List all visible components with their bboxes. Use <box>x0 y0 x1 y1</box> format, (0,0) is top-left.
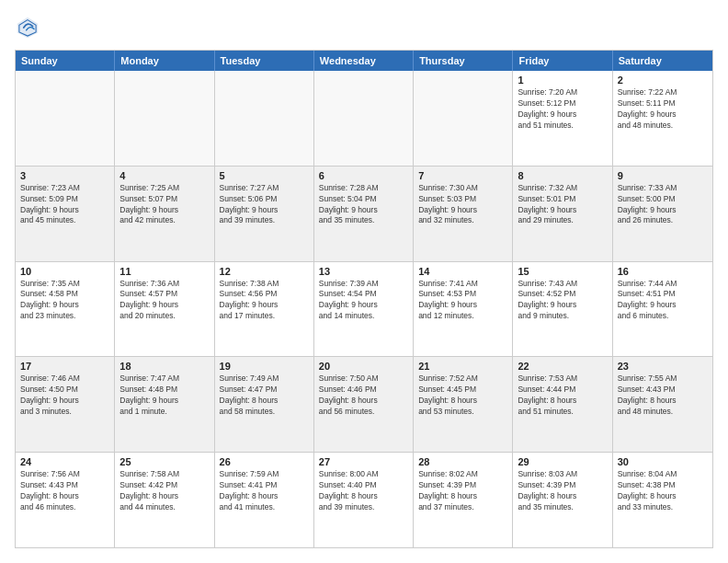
day-number: 5 <box>220 170 309 181</box>
calendar-row-3: 17Sunrise: 7:46 AM Sunset: 4:50 PM Dayli… <box>16 357 712 453</box>
day-number: 15 <box>518 266 607 277</box>
calendar-cell: 27Sunrise: 8:00 AM Sunset: 4:40 PM Dayli… <box>314 453 414 547</box>
calendar-cell: 7Sunrise: 7:30 AM Sunset: 5:03 PM Daylig… <box>414 167 513 261</box>
day-number: 1 <box>518 75 607 86</box>
day-number: 6 <box>319 170 408 181</box>
day-info: Sunrise: 8:02 AM Sunset: 4:39 PM Dayligh… <box>418 469 507 513</box>
calendar-cell: 24Sunrise: 7:56 AM Sunset: 4:43 PM Dayli… <box>16 453 115 547</box>
logo <box>15 15 44 40</box>
header-day-friday: Friday <box>513 51 612 71</box>
day-info: Sunrise: 7:56 AM Sunset: 4:43 PM Dayligh… <box>20 469 109 513</box>
day-number: 3 <box>20 170 109 181</box>
calendar-cell: 25Sunrise: 7:58 AM Sunset: 4:42 PM Dayli… <box>115 453 214 547</box>
header-day-thursday: Thursday <box>414 51 513 71</box>
day-number: 21 <box>418 361 507 372</box>
calendar-cell: 14Sunrise: 7:41 AM Sunset: 4:53 PM Dayli… <box>414 262 513 357</box>
calendar-cell <box>115 71 214 166</box>
day-info: Sunrise: 7:53 AM Sunset: 4:44 PM Dayligh… <box>518 373 607 418</box>
day-number: 22 <box>518 361 607 372</box>
calendar-row-0: 1Sunrise: 7:20 AM Sunset: 5:12 PM Daylig… <box>16 71 712 167</box>
day-info: Sunrise: 8:00 AM Sunset: 4:40 PM Dayligh… <box>319 469 408 513</box>
day-number: 25 <box>119 456 209 467</box>
calendar-cell: 28Sunrise: 8:02 AM Sunset: 4:39 PM Dayli… <box>414 453 513 547</box>
day-info: Sunrise: 7:55 AM Sunset: 4:43 PM Dayligh… <box>618 373 708 418</box>
calendar-cell: 13Sunrise: 7:39 AM Sunset: 4:54 PM Dayli… <box>314 262 414 357</box>
calendar-cell: 26Sunrise: 7:59 AM Sunset: 4:41 PM Dayli… <box>215 453 314 547</box>
day-number: 19 <box>220 361 309 372</box>
logo-icon <box>15 15 40 40</box>
day-info: Sunrise: 7:28 AM Sunset: 5:04 PM Dayligh… <box>319 183 408 227</box>
calendar-cell: 15Sunrise: 7:43 AM Sunset: 4:52 PM Dayli… <box>513 262 612 357</box>
calendar-cell <box>414 71 513 166</box>
calendar-row-4: 24Sunrise: 7:56 AM Sunset: 4:43 PM Dayli… <box>16 453 712 547</box>
day-info: Sunrise: 7:23 AM Sunset: 5:09 PM Dayligh… <box>20 183 109 227</box>
calendar-cell: 23Sunrise: 7:55 AM Sunset: 4:43 PM Dayli… <box>613 357 712 452</box>
header-day-wednesday: Wednesday <box>314 51 414 71</box>
calendar-cell: 4Sunrise: 7:25 AM Sunset: 5:07 PM Daylig… <box>115 167 214 261</box>
day-info: Sunrise: 7:44 AM Sunset: 4:51 PM Dayligh… <box>618 279 708 323</box>
day-info: Sunrise: 7:41 AM Sunset: 4:53 PM Dayligh… <box>418 279 507 323</box>
day-info: Sunrise: 8:04 AM Sunset: 4:38 PM Dayligh… <box>618 469 708 513</box>
day-number: 24 <box>20 456 109 467</box>
calendar-cell: 2Sunrise: 7:22 AM Sunset: 5:11 PM Daylig… <box>613 71 712 166</box>
calendar-cell <box>314 71 414 166</box>
day-number: 4 <box>119 170 209 181</box>
calendar-cell: 22Sunrise: 7:53 AM Sunset: 4:44 PM Dayli… <box>513 357 612 452</box>
day-info: Sunrise: 7:46 AM Sunset: 4:50 PM Dayligh… <box>20 373 109 418</box>
header-day-monday: Monday <box>115 51 214 71</box>
day-number: 12 <box>220 266 309 277</box>
calendar-row-1: 3Sunrise: 7:23 AM Sunset: 5:09 PM Daylig… <box>16 167 712 262</box>
day-number: 10 <box>20 266 109 277</box>
day-number: 26 <box>220 456 309 467</box>
calendar-cell: 11Sunrise: 7:36 AM Sunset: 4:57 PM Dayli… <box>115 262 214 357</box>
day-number: 18 <box>119 361 209 372</box>
calendar-cell: 3Sunrise: 7:23 AM Sunset: 5:09 PM Daylig… <box>16 167 115 261</box>
day-info: Sunrise: 7:30 AM Sunset: 5:03 PM Dayligh… <box>418 183 507 227</box>
day-number: 8 <box>518 170 607 181</box>
day-number: 11 <box>119 266 209 277</box>
day-number: 28 <box>418 456 507 467</box>
day-info: Sunrise: 7:33 AM Sunset: 5:00 PM Dayligh… <box>618 183 708 227</box>
day-info: Sunrise: 7:32 AM Sunset: 5:01 PM Dayligh… <box>518 183 607 227</box>
day-number: 29 <box>518 456 607 467</box>
calendar-cell: 19Sunrise: 7:49 AM Sunset: 4:47 PM Dayli… <box>215 357 314 452</box>
header <box>15 15 713 40</box>
day-number: 13 <box>319 266 408 277</box>
calendar-cell: 1Sunrise: 7:20 AM Sunset: 5:12 PM Daylig… <box>513 71 612 166</box>
calendar-cell: 12Sunrise: 7:38 AM Sunset: 4:56 PM Dayli… <box>215 262 314 357</box>
day-number: 17 <box>20 361 109 372</box>
day-number: 27 <box>319 456 408 467</box>
day-info: Sunrise: 7:52 AM Sunset: 4:45 PM Dayligh… <box>418 373 507 418</box>
day-info: Sunrise: 7:58 AM Sunset: 4:42 PM Dayligh… <box>119 469 209 513</box>
calendar-cell <box>215 71 314 166</box>
day-info: Sunrise: 7:36 AM Sunset: 4:57 PM Dayligh… <box>119 279 209 323</box>
calendar-row-2: 10Sunrise: 7:35 AM Sunset: 4:58 PM Dayli… <box>16 262 712 358</box>
calendar-cell: 20Sunrise: 7:50 AM Sunset: 4:46 PM Dayli… <box>314 357 414 452</box>
calendar-cell: 9Sunrise: 7:33 AM Sunset: 5:00 PM Daylig… <box>613 167 712 261</box>
day-info: Sunrise: 7:35 AM Sunset: 4:58 PM Dayligh… <box>20 279 109 323</box>
day-info: Sunrise: 7:49 AM Sunset: 4:47 PM Dayligh… <box>220 373 309 418</box>
calendar-cell: 30Sunrise: 8:04 AM Sunset: 4:38 PM Dayli… <box>613 453 712 547</box>
day-number: 20 <box>319 361 408 372</box>
calendar: SundayMondayTuesdayWednesdayThursdayFrid… <box>15 50 713 548</box>
day-info: Sunrise: 7:20 AM Sunset: 5:12 PM Dayligh… <box>518 87 607 132</box>
day-info: Sunrise: 7:43 AM Sunset: 4:52 PM Dayligh… <box>518 279 607 323</box>
day-info: Sunrise: 7:47 AM Sunset: 4:48 PM Dayligh… <box>119 373 209 418</box>
day-number: 7 <box>418 170 507 181</box>
calendar-cell: 10Sunrise: 7:35 AM Sunset: 4:58 PM Dayli… <box>16 262 115 357</box>
page: SundayMondayTuesdayWednesdayThursdayFrid… <box>0 0 728 563</box>
day-info: Sunrise: 7:38 AM Sunset: 4:56 PM Dayligh… <box>220 279 309 323</box>
day-number: 9 <box>618 170 708 181</box>
day-info: Sunrise: 7:25 AM Sunset: 5:07 PM Dayligh… <box>119 183 209 227</box>
header-day-sunday: Sunday <box>16 51 115 71</box>
calendar-cell: 18Sunrise: 7:47 AM Sunset: 4:48 PM Dayli… <box>115 357 214 452</box>
day-info: Sunrise: 7:50 AM Sunset: 4:46 PM Dayligh… <box>319 373 408 418</box>
day-number: 2 <box>618 75 708 86</box>
day-number: 14 <box>418 266 507 277</box>
calendar-cell: 5Sunrise: 7:27 AM Sunset: 5:06 PM Daylig… <box>215 167 314 261</box>
day-info: Sunrise: 7:59 AM Sunset: 4:41 PM Dayligh… <box>220 469 309 513</box>
calendar-cell: 8Sunrise: 7:32 AM Sunset: 5:01 PM Daylig… <box>513 167 612 261</box>
header-day-saturday: Saturday <box>613 51 712 71</box>
calendar-cell: 29Sunrise: 8:03 AM Sunset: 4:39 PM Dayli… <box>513 453 612 547</box>
calendar-cell <box>16 71 115 166</box>
